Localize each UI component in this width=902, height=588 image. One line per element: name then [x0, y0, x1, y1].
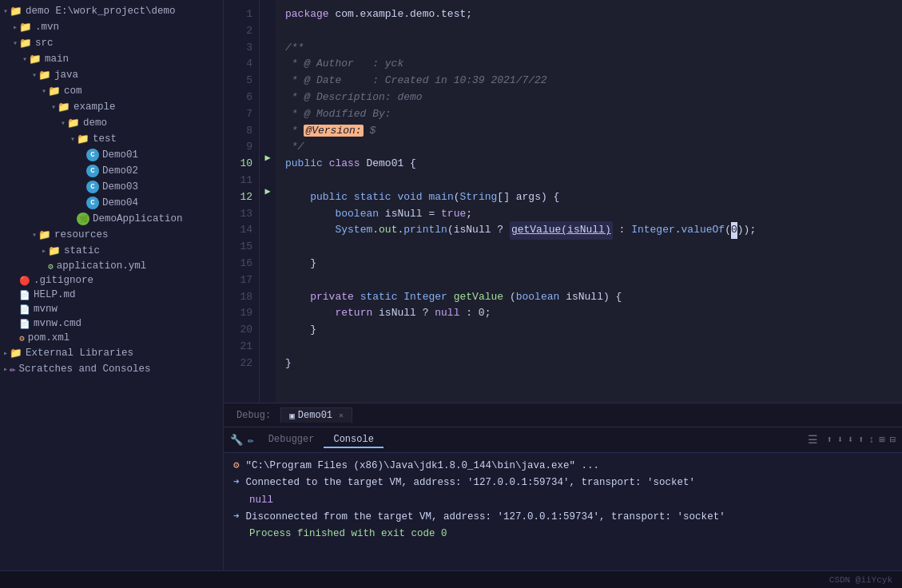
debug-tab-demo01[interactable]: ▣ Demo01 ✕	[280, 407, 352, 423]
line-number: 11	[224, 173, 259, 189]
plain-token: isNull) {	[559, 289, 622, 306]
debug-expand-icon[interactable]: ⬆	[826, 434, 832, 446]
plain-token: isNull ?	[372, 305, 435, 322]
gutter-cell	[260, 299, 276, 316]
sidebar-item-demo[interactable]: ▾📁demo	[0, 115, 223, 131]
sidebar-item-main[interactable]: ▾📁main	[0, 51, 223, 67]
debug-tab-close[interactable]: ✕	[339, 411, 344, 420]
sidebar-item-example[interactable]: ▾📁example	[0, 99, 223, 115]
scratches-icon: ✏	[10, 363, 16, 375]
keyword2-token: public	[285, 156, 323, 173]
type-token: Integer	[631, 222, 675, 239]
code-line	[285, 239, 902, 256]
keyword-token: null	[435, 305, 459, 322]
sidebar-item-mvnwcmd[interactable]: 📄mvnw.cmd	[0, 316, 223, 331]
keyword2-token: static	[360, 289, 398, 306]
plain-token: ;	[466, 206, 472, 223]
debug-restart-icon[interactable]: 🔧	[230, 434, 243, 447]
debug-scroll-down-icon[interactable]: ⬇	[848, 434, 853, 446]
sidebar-item-static[interactable]: ▸📁static	[0, 243, 223, 259]
tree-item-label: mvnw.cmd	[34, 318, 81, 329]
line-number: 8	[224, 123, 259, 140]
sidebar-item-mvnw[interactable]: 📄mvnw	[0, 302, 223, 316]
tree-item-label: src	[35, 38, 54, 49]
sidebar-item-test[interactable]: ▾📁test	[0, 131, 223, 147]
debug-collapse-icon[interactable]: ⬇	[837, 434, 843, 446]
sidebar-item-com[interactable]: ▾📁com	[0, 83, 223, 99]
gutter-cell	[260, 117, 276, 133]
keyword-token: private	[310, 289, 354, 306]
code-line: * @ Date : Created in 10:39 2021/7/22	[285, 73, 902, 89]
tree-item-label: Demo01	[102, 149, 138, 161]
sidebar-item-java[interactable]: ▾📁java	[0, 67, 223, 83]
line-number: 20	[224, 322, 259, 339]
code-line: System.out.println(isNull ? getValue(isN…	[285, 222, 902, 239]
folder-icon: 📁	[67, 117, 80, 129]
code-line: * @Version: $	[285, 123, 902, 140]
sidebar-item-mvn[interactable]: ▸📁.mvn	[0, 19, 223, 35]
file-icon: 📄	[19, 304, 30, 315]
line-number: 15	[224, 239, 259, 256]
sidebar-item-HELP[interactable]: 📄HELP.md	[0, 288, 223, 302]
line-number: 1	[224, 6, 259, 23]
folder-icon: 📁	[38, 69, 51, 81]
plain-token	[397, 289, 403, 306]
plain-token	[354, 289, 360, 306]
debug-menu-icon[interactable]: ☰	[808, 433, 818, 447]
sidebar-item-demo-root[interactable]: ▾📁demo E:\work_project\demo	[0, 3, 223, 19]
sidebar-item-Demo01[interactable]: CDemo01	[0, 147, 223, 163]
plain-token: .	[372, 222, 379, 239]
debug-inner-tab-console[interactable]: Console	[324, 432, 383, 448]
gutter-cell	[260, 34, 276, 50]
debug-tab-name: Demo01	[298, 410, 332, 421]
folder-icon: 📁	[48, 244, 61, 257]
debug-print-icon[interactable]: ⊟	[890, 434, 896, 446]
sidebar-item-extlibs[interactable]: ▸📁External Libraries	[0, 345, 223, 361]
sidebar-item-Demo03[interactable]: CDemo03	[0, 179, 223, 195]
sidebar-item-Demo04[interactable]: CDemo04	[0, 195, 223, 211]
tree-arrow: ▾	[22, 54, 27, 64]
sidebar-item-resources[interactable]: ▾📁resources	[0, 227, 223, 243]
code-content[interactable]: package com.example.demo.test;/** * @ Au…	[276, 0, 902, 403]
line-number: 2	[224, 23, 259, 40]
code-line: public class Demo01 {	[285, 156, 902, 173]
sidebar-item-application[interactable]: ⚙application.yml	[0, 259, 223, 273]
sidebar-item-DemoApplication[interactable]: 🌿DemoApplication	[0, 211, 223, 227]
sidebar-item-src[interactable]: ▾📁src	[0, 35, 223, 51]
plain-token: : 0;	[459, 305, 491, 322]
keyword-token: class	[329, 156, 360, 173]
debug-scroll-up-icon[interactable]: ⬆	[858, 434, 864, 446]
folder-icon: 📁	[19, 37, 32, 50]
code-line: }	[285, 322, 902, 339]
editor-area: 12345678910111213141516171819202122 ▶▶ p…	[224, 0, 902, 570]
gutter-cell	[260, 349, 276, 366]
tree-item-label: Demo02	[102, 165, 138, 177]
debug-inner-tab-debugger[interactable]: Debugger	[259, 432, 324, 448]
sidebar-item-pom[interactable]: ⚙pom.xml	[0, 331, 223, 345]
console-line: ⚙"C:\Program Files (x86)\Java\jdk1.8.0_1…	[233, 458, 892, 475]
folder-icon: 📁	[58, 101, 70, 113]
sidebar-item-Demo02[interactable]: CDemo02	[0, 163, 223, 179]
debug-edit-icon[interactable]: ✏	[248, 434, 254, 447]
console-line: ➜Disconnected from the target VM, addres…	[233, 509, 892, 526]
cursor-pos: 0	[731, 222, 737, 239]
plain-token: :	[613, 222, 631, 239]
console-text: "C:\Program Files (x86)\Java\jdk1.8.0_14…	[246, 458, 600, 475]
tree-arrow: ▾	[70, 134, 75, 144]
plain-token: (isNull ?	[447, 222, 510, 239]
sidebar-item-gitignore[interactable]: 🔴.gitignore	[0, 273, 223, 288]
keyword2-token: public	[285, 189, 348, 206]
debug-soft-wrap-icon[interactable]: ⊞	[880, 434, 885, 446]
tree-arrow: ▸	[42, 246, 46, 256]
code-line: boolean isNull = true;	[285, 206, 902, 223]
debug-scroll-down2-icon[interactable]: ↕	[868, 435, 874, 446]
gutter-cell	[260, 100, 276, 117]
sidebar-item-scratches[interactable]: ▸✏Scratches and Consoles	[0, 361, 223, 377]
line-number: 7	[224, 106, 259, 123]
tree-arrow: ▾	[32, 70, 37, 80]
plain-token	[285, 289, 310, 306]
code-line: }	[285, 356, 902, 372]
line-number: 4	[224, 56, 259, 73]
line-number: 13	[224, 206, 259, 223]
tree-item-label: HELP.md	[34, 289, 76, 300]
